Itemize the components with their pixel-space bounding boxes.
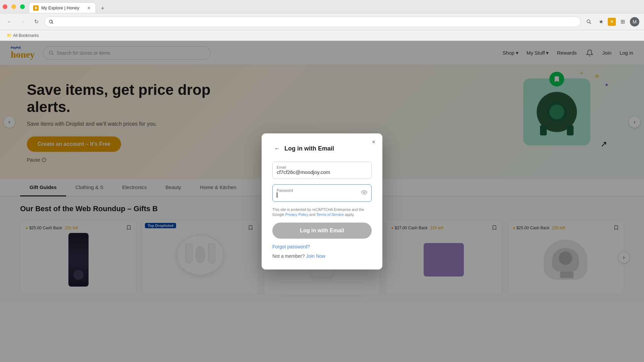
password-field[interactable]: Password: [272, 184, 372, 202]
email-value: cf7cf26c@moodjoy.com: [277, 169, 367, 175]
forward-button[interactable]: →: [17, 16, 28, 27]
close-window-button[interactable]: [3, 4, 7, 9]
bookmarks-label: All Bookmarks: [13, 33, 39, 38]
password-form-group: Password: [272, 184, 372, 202]
profile-avatar: M: [630, 17, 639, 26]
tab-title: My Explore | Honey: [41, 5, 84, 10]
forgot-password-link[interactable]: Forgot password?: [272, 244, 372, 249]
svg-point-0: [587, 20, 590, 23]
email-form-group: Email cf7cf26c@moodjoy.com: [272, 162, 372, 179]
login-modal: × ← Log in with Email Email cf7cf26c@moo…: [262, 133, 382, 270]
tab-close-button[interactable]: ✕: [86, 5, 92, 11]
active-tab[interactable]: My Explore | Honey ✕: [29, 2, 96, 13]
nav-bar: ← → ↻ joinhoney.com/explore ★ H ⊞ M: [0, 13, 644, 30]
terms-link[interactable]: Terms of Service: [316, 213, 344, 217]
minimize-window-button[interactable]: [11, 4, 16, 9]
browser-titlebar: My Explore | Honey ✕ +: [0, 0, 644, 13]
password-label: Password: [277, 188, 367, 192]
bookmarks-folder[interactable]: 📁 All Bookmarks: [4, 33, 42, 39]
join-now-link[interactable]: Join Now: [306, 253, 325, 259]
window-controls: [3, 4, 25, 9]
login-email-button[interactable]: Log in with Email: [272, 223, 372, 239]
user-profile-button[interactable]: M: [629, 16, 640, 27]
modal-header: ← Log in with Email: [272, 144, 372, 154]
url-input[interactable]: joinhoney.com/explore: [55, 19, 577, 24]
new-tab-button[interactable]: +: [98, 4, 107, 13]
reload-button[interactable]: ↻: [31, 16, 42, 27]
text-cursor: [277, 192, 277, 198]
modal-overlay[interactable]: × ← Log in with Email Email cf7cf26c@moo…: [0, 41, 644, 362]
website-content: PayPal honey Search for stores or items …: [0, 41, 644, 362]
address-bar[interactable]: joinhoney.com/explore: [44, 16, 581, 27]
privacy-policy-link[interactable]: Privacy Policy: [285, 213, 308, 217]
email-field[interactable]: Email cf7cf26c@moodjoy.com: [272, 162, 372, 179]
nav-icons: ★ H ⊞ M: [584, 16, 640, 27]
star-icon-btn[interactable]: ★: [596, 16, 606, 27]
svg-point-6: [364, 191, 365, 193]
search-icon-btn[interactable]: [584, 16, 594, 27]
bookmarks-bar: 📁 All Bookmarks: [0, 30, 644, 41]
recaptcha-text: This site is protected by reCAPTCHA Ente…: [272, 207, 372, 218]
password-toggle-icon[interactable]: [361, 189, 367, 197]
back-button[interactable]: ←: [4, 16, 15, 27]
extensions-button[interactable]: ⊞: [617, 16, 628, 27]
maximize-window-button[interactable]: [20, 4, 25, 9]
tab-bar: My Explore | Honey ✕ +: [29, 0, 107, 13]
modal-title: Log in with Email: [284, 145, 334, 152]
honey-extension-icon[interactable]: H: [608, 18, 616, 26]
email-label: Email: [277, 165, 367, 169]
join-text: Not a member? Join Now: [272, 253, 372, 259]
folder-icon: 📁: [7, 33, 12, 38]
modal-close-button[interactable]: ×: [369, 137, 378, 147]
tab-favicon: [33, 5, 39, 11]
browser-window: My Explore | Honey ✕ + ← → ↻ joinhoney.c…: [0, 0, 644, 362]
modal-back-button[interactable]: ←: [272, 144, 282, 154]
